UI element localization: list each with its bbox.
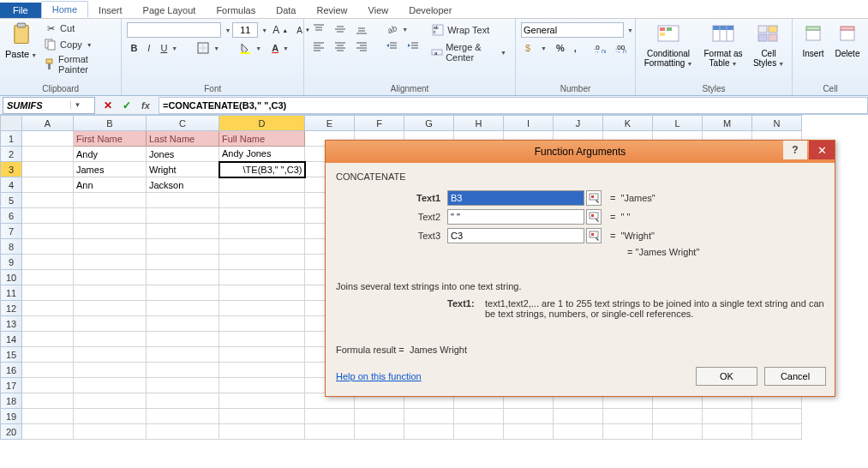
- merge-center-button[interactable]: aMerge & Center▼: [428, 41, 510, 63]
- paste-button[interactable]: [8, 21, 35, 48]
- dialog-arg-input[interactable]: [447, 209, 584, 225]
- dialog-titlebar[interactable]: Function Arguments ? ✕: [326, 141, 835, 163]
- grow-font-button[interactable]: A▲: [269, 23, 291, 37]
- cell[interactable]: \TE(B3," ",C3): [219, 162, 305, 177]
- cell[interactable]: [22, 193, 74, 208]
- cell[interactable]: [74, 393, 147, 409]
- row-header[interactable]: 9: [1, 255, 22, 270]
- dialog-ok-button[interactable]: OK: [696, 367, 757, 386]
- fill-color-button[interactable]: ▼: [236, 41, 265, 55]
- formula-enter-button[interactable]: ✓: [119, 98, 135, 113]
- row-header[interactable]: 2: [1, 147, 22, 162]
- font-name-combo[interactable]: [127, 22, 221, 38]
- insert-function-button[interactable]: fx: [138, 98, 153, 113]
- tab-view[interactable]: View: [358, 3, 399, 18]
- row-header[interactable]: 12: [1, 301, 22, 316]
- column-header[interactable]: C: [147, 116, 219, 131]
- cell[interactable]: [603, 409, 653, 424]
- tab-file[interactable]: File: [0, 3, 41, 18]
- cell[interactable]: [147, 255, 219, 270]
- cell[interactable]: [74, 316, 147, 332]
- font-color-button[interactable]: A▼: [268, 42, 292, 54]
- cell[interactable]: [147, 193, 219, 208]
- decrease-indent-button[interactable]: [382, 39, 401, 53]
- tab-insert[interactable]: Insert: [88, 3, 133, 18]
- align-center-button[interactable]: [331, 39, 350, 53]
- copy-button[interactable]: Copy▼: [40, 37, 116, 52]
- row-header[interactable]: 7: [1, 224, 22, 239]
- cell[interactable]: [219, 347, 305, 363]
- cell[interactable]: [355, 424, 404, 440]
- cell[interactable]: [22, 177, 74, 193]
- cell[interactable]: [554, 409, 603, 424]
- tab-formulas[interactable]: Formulas: [206, 3, 266, 18]
- range-selector-button[interactable]: [586, 228, 602, 243]
- cell[interactable]: [147, 378, 219, 393]
- cell[interactable]: First Name: [74, 131, 147, 147]
- cell[interactable]: Full Name: [219, 131, 305, 147]
- cell[interactable]: [147, 224, 219, 239]
- cell[interactable]: [653, 409, 703, 424]
- cell[interactable]: [22, 378, 74, 393]
- cell[interactable]: [22, 224, 74, 239]
- chevron-down-icon[interactable]: ▼: [224, 27, 230, 33]
- name-box-dropdown[interactable]: ▼: [70, 101, 84, 109]
- column-header[interactable]: A: [22, 116, 74, 131]
- tab-home[interactable]: Home: [41, 1, 88, 18]
- range-selector-button[interactable]: [586, 209, 602, 225]
- cell[interactable]: [404, 409, 454, 424]
- cell[interactable]: [219, 208, 305, 224]
- cell[interactable]: [219, 193, 305, 208]
- percent-button[interactable]: %: [553, 42, 568, 54]
- column-header[interactable]: M: [703, 116, 752, 131]
- cell[interactable]: [219, 363, 305, 378]
- cell[interactable]: [147, 332, 219, 347]
- cell[interactable]: [219, 285, 305, 301]
- cell[interactable]: [74, 301, 147, 316]
- cell[interactable]: [404, 424, 454, 440]
- cell[interactable]: [74, 285, 147, 301]
- increase-indent-button[interactable]: [404, 39, 422, 53]
- column-header[interactable]: F: [355, 116, 404, 131]
- cell[interactable]: [219, 316, 305, 332]
- accounting-format-button[interactable]: $▼: [521, 41, 550, 55]
- name-box-input[interactable]: [3, 99, 70, 111]
- cell[interactable]: [74, 363, 147, 378]
- cell[interactable]: [147, 424, 219, 440]
- bold-button[interactable]: B: [127, 42, 141, 54]
- cell[interactable]: [219, 239, 305, 255]
- row-header[interactable]: 4: [1, 177, 22, 193]
- borders-button[interactable]: ▼: [194, 41, 223, 55]
- cell[interactable]: [74, 378, 147, 393]
- cell[interactable]: [22, 255, 74, 270]
- row-header[interactable]: 6: [1, 208, 22, 224]
- cell[interactable]: [703, 424, 752, 440]
- row-header[interactable]: 1: [1, 131, 22, 147]
- cell[interactable]: Wright: [147, 162, 219, 177]
- cell[interactable]: [74, 208, 147, 224]
- row-header[interactable]: 20: [1, 424, 22, 440]
- column-header[interactable]: G: [404, 116, 454, 131]
- tab-data[interactable]: Data: [266, 3, 306, 18]
- cell[interactable]: [305, 409, 355, 424]
- cell[interactable]: [752, 409, 802, 424]
- increase-decimal-button[interactable]: .0→.00: [590, 42, 609, 54]
- cell[interactable]: James: [74, 162, 147, 177]
- cell[interactable]: Ann: [74, 177, 147, 193]
- column-header[interactable]: D: [219, 116, 305, 131]
- comma-button[interactable]: ,: [571, 42, 580, 54]
- align-left-button[interactable]: [309, 39, 328, 53]
- row-header[interactable]: 15: [1, 347, 22, 363]
- cell[interactable]: [22, 131, 74, 147]
- tab-pagelayout[interactable]: Page Layout: [133, 3, 207, 18]
- number-format-combo[interactable]: [521, 22, 624, 38]
- cell[interactable]: [147, 409, 219, 424]
- column-header[interactable]: B: [74, 116, 147, 131]
- cell[interactable]: [22, 208, 74, 224]
- delete-cells-button[interactable]: [834, 21, 861, 48]
- column-header[interactable]: H: [454, 116, 504, 131]
- column-header[interactable]: L: [653, 116, 703, 131]
- cell[interactable]: [74, 332, 147, 347]
- row-header[interactable]: 16: [1, 363, 22, 378]
- cell[interactable]: Jones: [147, 147, 219, 162]
